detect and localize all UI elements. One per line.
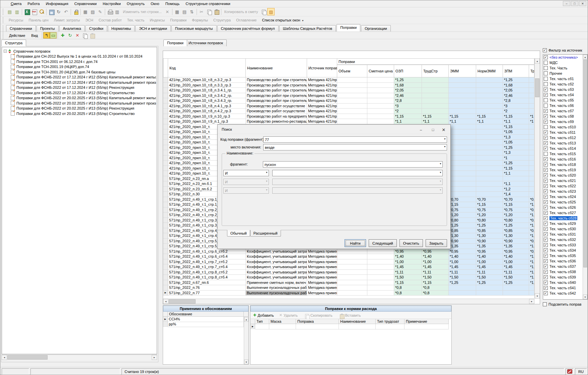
cell[interactable]: *0,85 — [503, 228, 529, 234]
cell[interactable]: Коэффициент, учитывающий затра — [246, 275, 307, 280]
cell[interactable]: Методика 421/пр (П — [307, 119, 337, 124]
cell[interactable]: *1,3 — [503, 135, 529, 140]
cell[interactable]: 571/пр_2022_п.76 — [168, 285, 246, 291]
cell[interactable] — [422, 83, 449, 88]
cell[interactable]: *1,25 — [503, 161, 529, 166]
grid-row[interactable]: 421/пр_2020_прил.10_т.8_п.3.4.2_гр.Произ… — [163, 93, 534, 99]
cell[interactable] — [367, 270, 394, 275]
maximize-button[interactable]: □ — [571, 1, 578, 6]
cell[interactable] — [503, 291, 529, 296]
dialog-maximize-icon[interactable]: □ — [429, 127, 437, 133]
cell[interactable]: Коэффициент, учитывающий затра — [246, 259, 307, 265]
cell[interactable] — [476, 291, 503, 296]
scroll-up-button[interactable]: ▲ — [583, 55, 587, 59]
cell[interactable]: *1 — [503, 155, 529, 161]
code-fragment-input[interactable]: 77▼ — [263, 136, 447, 143]
dialog-button-Очистить[interactable]: Очистить — [399, 239, 423, 247]
filter-source-item[interactable]: ✓Тех. часть сб41 — [543, 285, 587, 291]
cell[interactable]: *0,95 — [529, 249, 534, 254]
view-Оглавление[interactable]: Оглавление — [233, 17, 259, 23]
cell[interactable]: *1,30 — [503, 233, 529, 239]
filter-source-item[interactable]: ✓Тех. часть сб21 — [543, 178, 587, 183]
scroll-thumb[interactable] — [583, 60, 587, 267]
cell[interactable] — [337, 98, 367, 104]
cell[interactable] — [529, 83, 534, 88]
applies-row[interactable]: рр% — [163, 322, 248, 327]
cell[interactable]: *0,85 — [449, 228, 476, 234]
cell[interactable]: *3 — [503, 104, 529, 109]
norm-row[interactable]: ► — [250, 324, 451, 329]
cell[interactable] — [529, 109, 534, 114]
checkbox[interactable]: ✓ — [544, 275, 548, 279]
cell[interactable] — [367, 109, 394, 114]
checkbox[interactable] — [544, 71, 548, 75]
column-group-popravki[interactable]: Поправки — [337, 58, 534, 65]
search-icon[interactable] — [38, 8, 45, 15]
cell[interactable] — [367, 254, 394, 259]
cell[interactable]: Методика примене — [307, 259, 337, 265]
cell[interactable]: *1,25 — [503, 77, 529, 83]
cell[interactable] — [337, 254, 367, 259]
checkbox[interactable]: ✓ — [544, 270, 548, 274]
cell[interactable] — [503, 285, 529, 291]
copy-doc-icon[interactable] — [260, 8, 267, 15]
cell[interactable]: *1,50 — [476, 275, 503, 280]
cell[interactable] — [476, 140, 503, 145]
save-icon[interactable] — [48, 8, 55, 15]
toolbar-grip[interactable] — [3, 33, 5, 39]
cell[interactable]: Методика примене — [307, 264, 337, 270]
cell[interactable]: *2 — [394, 109, 422, 114]
column-header-3[interactable]: Наименование — [339, 319, 376, 324]
folder-open-icon[interactable]: ▭ — [50, 32, 57, 39]
delete-icon[interactable]: ✕ — [74, 32, 81, 39]
cell[interactable]: *0,8 — [394, 291, 422, 296]
cell[interactable]: *1,1 — [503, 181, 529, 187]
dialog-titlebar[interactable]: Поиск — [218, 125, 450, 134]
cell[interactable]: *0,70 — [476, 197, 503, 202]
refresh-icon[interactable]: ↻ — [66, 32, 74, 39]
add-icon[interactable]: ✚ — [59, 32, 66, 39]
checkbox[interactable]: ✓ — [544, 280, 548, 285]
cell[interactable] — [449, 161, 476, 166]
checkbox[interactable]: ✓ — [544, 179, 548, 183]
tree-item[interactable]: Поправки для ФСНБ-2022 от 17.12.2024 г И… — [3, 80, 156, 85]
checkbox[interactable]: ✓ — [544, 146, 548, 150]
filter-source-item[interactable]: ✓Тех. часть сб36 — [543, 258, 587, 264]
grid-corner-cell[interactable] — [163, 58, 168, 77]
cell[interactable]: 571/пр_2022_п.49_т.1_стр.7_стб.2 — [168, 259, 246, 265]
filter-source-item[interactable]: ✓Тех. часть сб9 — [543, 119, 587, 124]
grid-row[interactable]: 571/пр_2022_п.67_пп.6Применение сметных … — [163, 280, 534, 286]
filter-source-item[interactable]: ✓Тех. часть сб14 — [543, 146, 587, 151]
menu-Отдохнуть[interactable]: Отдохнуть — [124, 1, 148, 7]
cell[interactable]: *1,25 — [529, 223, 534, 228]
cell[interactable] — [337, 93, 367, 99]
cell[interactable]: *0,80 — [449, 218, 476, 223]
checkbox[interactable]: ✓ — [544, 205, 548, 209]
cell[interactable]: Методика примене — [307, 270, 337, 275]
row-type-icon[interactable]: ▥ — [114, 8, 121, 15]
cell[interactable]: 421/пр_2020_прил.10_т.8_п.3.3_гр.3 — [168, 83, 246, 88]
cell[interactable]: *1,11 — [422, 270, 449, 275]
structure-subtree-icon[interactable]: ▥ — [13, 8, 21, 15]
cell[interactable] — [367, 285, 394, 291]
cell[interactable] — [529, 291, 534, 296]
view-Лимит. затраты[interactable]: Лимит. затраты — [51, 17, 83, 23]
cell[interactable]: Методика 421/пр (П — [307, 83, 337, 88]
cell[interactable]: *0,75 — [476, 207, 503, 213]
cell[interactable] — [449, 171, 476, 176]
cell[interactable] — [503, 176, 529, 182]
cell[interactable] — [337, 88, 367, 93]
cell[interactable] — [367, 275, 394, 280]
grid-vscrollbar[interactable]: ▲▼ — [534, 58, 540, 299]
filter-source-item[interactable]: ✓Тех. часть сб16 — [543, 157, 587, 162]
menu-Справочники[interactable]: Справочники — [71, 1, 100, 7]
cell[interactable] — [476, 93, 503, 99]
column-header-9[interactable]: ЗПМ — [503, 65, 529, 77]
cell[interactable] — [449, 192, 476, 197]
cell[interactable] — [337, 275, 367, 280]
dialog-button-Найти[interactable]: Найти — [345, 239, 366, 247]
paste-icon[interactable] — [88, 32, 96, 39]
cell[interactable]: *1,15 — [422, 114, 449, 119]
view-Формулы[interactable]: Формулы — [189, 17, 211, 23]
cell[interactable]: *1,35 — [476, 244, 503, 249]
